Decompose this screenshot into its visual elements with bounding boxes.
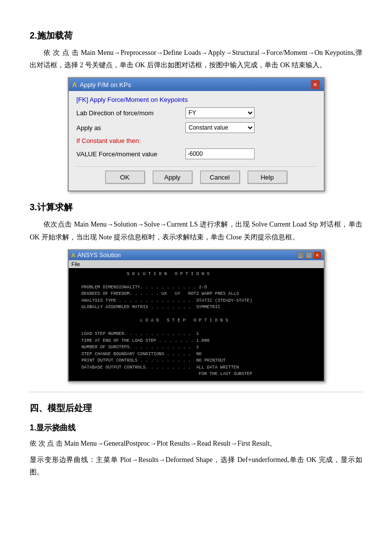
dialog-row-direction: Lab Direction of force/mom FY FX FZ MX M… bbox=[77, 107, 316, 118]
section4-1: 1.显示挠曲线 依 次 点 击 Main Menu→GeneralPostpro… bbox=[30, 423, 362, 479]
section2: 2.施加载荷 依 次 点 击 Main Menu→Preprocessor→De… bbox=[30, 30, 362, 71]
dialog-row-value: VALUE Force/moment value bbox=[77, 148, 316, 159]
dialog-select-direction[interactable]: FY FX FZ MX MY MZ bbox=[185, 107, 255, 118]
dialog-buttons: OK Apply Cancel Help bbox=[77, 166, 316, 184]
dialog-label-applyas: Apply as bbox=[77, 124, 185, 132]
section3: 3.计算求解 依次点击 Main Menu→Solution→Solve→Cur… bbox=[30, 201, 362, 243]
solution-window: Λ ANSYS Solution _ □ ✕ File S O L U T I … bbox=[68, 249, 325, 382]
solution-menubar: File bbox=[69, 260, 324, 268]
dialog-ok-button[interactable]: OK bbox=[105, 171, 145, 184]
solution-logo-icon: Λ bbox=[72, 252, 75, 258]
dialog-apply-button[interactable]: Apply bbox=[153, 171, 192, 184]
apply-fm-dialog: Λ Apply F/M on KPs ✕ [FK] Apply Force/Mo… bbox=[68, 77, 325, 191]
section4-1-para2: 显示变形边界曲线：主菜单 Plot→Results→Deformed Shape… bbox=[30, 454, 362, 478]
dialog-titlebar-left: Λ Apply F/M on KPs bbox=[73, 81, 131, 89]
dialog-label-value: VALUE Force/moment value bbox=[77, 150, 185, 158]
solution-titlebar-right: _ □ ✕ bbox=[297, 252, 321, 259]
solution-minimize-button[interactable]: _ bbox=[297, 252, 304, 259]
dialog-help-button[interactable]: Help bbox=[248, 171, 287, 184]
section4: 四、模型后处理 bbox=[30, 402, 362, 414]
dialog-label-direction: Lab Direction of force/mom bbox=[77, 109, 185, 117]
dialog-select-applyas[interactable]: Constant value Existing table New table bbox=[185, 122, 255, 133]
dialog-fk-text: [FK] Apply Force/Moment on Keypoints bbox=[77, 96, 316, 103]
dialog-titlebar: Λ Apply F/M on KPs ✕ bbox=[69, 78, 324, 91]
dialog-body: [FK] Apply Force/Moment on Keypoints Lab… bbox=[69, 91, 324, 190]
solution-maximize-button[interactable]: □ bbox=[305, 252, 312, 259]
solution-titlebar: Λ ANSYS Solution _ □ ✕ bbox=[69, 250, 324, 260]
section2-heading: 2.施加载荷 bbox=[30, 30, 362, 42]
section2-para1: 依 次 点 击 Main Menu→Preprocessor→Define Lo… bbox=[30, 46, 362, 71]
section4-1-para1: 依 次 点 击 Main Menu→GeneralPostproc→Plot R… bbox=[30, 437, 362, 450]
dialog-wrapper: Λ Apply F/M on KPs ✕ [FK] Apply Force/Mo… bbox=[68, 77, 325, 191]
dialog-input-value[interactable] bbox=[185, 148, 255, 159]
solution-title-text: ANSYS Solution bbox=[78, 252, 121, 259]
section3-para1: 依次点击 Main Menu→Solution→Solve→Current LS… bbox=[30, 218, 362, 243]
dialog-row-applyas: Apply as Constant value Existing table N… bbox=[77, 122, 316, 133]
dialog-close-button[interactable]: ✕ bbox=[311, 80, 320, 89]
section-divider bbox=[30, 392, 362, 392]
solution-content: S O L U T I O N O P T I O N S PROBLEM DI… bbox=[69, 268, 324, 381]
section4-heading: 四、模型后处理 bbox=[30, 402, 362, 414]
dialog-logo-icon: Λ bbox=[73, 81, 77, 89]
section3-heading: 3.计算求解 bbox=[30, 201, 362, 213]
solution-menu-file[interactable]: File bbox=[72, 261, 81, 267]
dialog-cancel-button[interactable]: Cancel bbox=[200, 171, 240, 184]
solution-close-button[interactable]: ✕ bbox=[314, 252, 321, 259]
section4-1-heading: 1.显示挠曲线 bbox=[30, 423, 362, 433]
dialog-title-text: Apply F/M on KPs bbox=[80, 81, 131, 89]
solution-window-wrapper: Λ ANSYS Solution _ □ ✕ File S O L U T I … bbox=[68, 249, 325, 382]
solution-titlebar-left: Λ ANSYS Solution bbox=[72, 252, 121, 259]
dialog-if-text: If Constant value then: bbox=[77, 137, 316, 144]
